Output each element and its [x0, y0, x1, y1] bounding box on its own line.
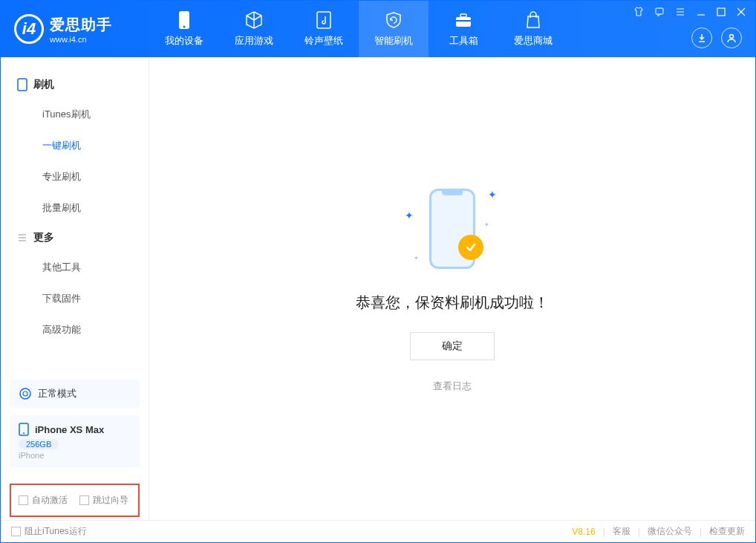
nav-label: 工具箱 — [449, 34, 478, 48]
svg-rect-7 — [717, 8, 725, 16]
sidebar-item-pro-flash[interactable]: 专业刷机 — [1, 161, 149, 192]
logo-area: i4 爱思助手 www.i4.cn — [1, 14, 149, 44]
footer-bar: 阻止iTunes运行 V8.16 | 客服 | 微信公众号 | 检查更新 — [1, 520, 755, 542]
sidebar-item-one-click-flash[interactable]: 一键刷机 — [1, 130, 149, 161]
nav-label: 应用游戏 — [235, 34, 273, 48]
success-illustration: ✦ ✦ ✦ ✦ — [400, 184, 504, 273]
refresh-shield-icon — [384, 10, 403, 30]
sidebar-item-batch-flash[interactable]: 批量刷机 — [1, 192, 149, 224]
app-subtitle: www.i4.cn — [50, 35, 112, 44]
block-itunes-checkbox[interactable]: 阻止iTunes运行 — [11, 525, 87, 538]
version-label: V8.16 — [572, 527, 595, 537]
checkbox-label: 阻止iTunes运行 — [25, 525, 87, 538]
nav-shop[interactable]: 爱思商城 — [498, 1, 568, 57]
nav-label: 铃声壁纸 — [304, 34, 343, 48]
sidebar-item-download-firmware[interactable]: 下载固件 — [1, 283, 149, 314]
bag-icon — [524, 10, 543, 30]
music-note-icon — [314, 10, 333, 30]
sparkle-icon: ✦ — [414, 255, 419, 261]
nav-toolbox[interactable]: 工具箱 — [428, 1, 498, 57]
section-title: 刷机 — [33, 78, 54, 91]
footer-link-wechat[interactable]: 微信公众号 — [648, 525, 692, 538]
svg-rect-3 — [456, 17, 471, 27]
close-icon[interactable] — [736, 7, 746, 17]
titlebar-controls — [633, 7, 746, 17]
svg-point-8 — [730, 35, 734, 39]
ok-button[interactable]: 确定 — [410, 332, 495, 360]
maximize-icon[interactable] — [717, 7, 726, 16]
auto-activate-checkbox[interactable]: 自动激活 — [19, 494, 68, 507]
success-message: 恭喜您，保资料刷机成功啦！ — [356, 293, 549, 313]
svg-point-10 — [20, 388, 30, 399]
sidebar-item-advanced[interactable]: 高级功能 — [1, 314, 149, 345]
sidebar: 刷机 iTunes刷机 一键刷机 专业刷机 批量刷机 更多 其他工具 下载固件 … — [1, 57, 149, 520]
sidebar-section-more: 更多 — [1, 224, 149, 252]
header-bar: i4 爱思助手 www.i4.cn 我的设备 应用游戏 铃声壁纸 智能刷机 工具… — [1, 1, 755, 57]
minimize-icon[interactable] — [696, 7, 706, 17]
separator: | — [638, 527, 640, 537]
mode-card[interactable]: 正常模式 — [10, 380, 140, 408]
tshirt-icon[interactable] — [633, 7, 644, 17]
footer-link-support[interactable]: 客服 — [613, 525, 630, 538]
sparkle-icon: ✦ — [405, 209, 414, 221]
checkbox-icon — [79, 495, 89, 505]
check-badge-icon — [458, 235, 483, 260]
toolbox-icon — [454, 10, 473, 30]
logo-icon: i4 — [14, 14, 44, 44]
user-button[interactable] — [721, 27, 742, 48]
svg-rect-4 — [460, 14, 466, 17]
sidebar-item-other-tools[interactable]: 其他工具 — [1, 252, 149, 283]
footer-link-update[interactable]: 检查更新 — [709, 525, 745, 538]
nav-apps-games[interactable]: 应用游戏 — [219, 1, 289, 57]
device-name: iPhone XS Max — [35, 424, 104, 435]
separator: | — [700, 527, 702, 537]
nav-my-device[interactable]: 我的设备 — [149, 1, 219, 57]
svg-point-12 — [23, 432, 25, 434]
device-icon — [19, 423, 29, 436]
nav-ringtone-wallpaper[interactable]: 铃声壁纸 — [289, 1, 359, 57]
sparkle-icon: ✦ — [488, 189, 497, 201]
svg-rect-9 — [18, 79, 27, 91]
view-log-link[interactable]: 查看日志 — [433, 380, 472, 393]
app-title: 爱思助手 — [50, 15, 112, 35]
checkbox-icon — [19, 495, 28, 505]
phone-icon — [175, 10, 194, 30]
section-title: 更多 — [33, 231, 54, 244]
header-circle-buttons — [691, 27, 742, 48]
sidebar-item-itunes-flash[interactable]: iTunes刷机 — [1, 99, 149, 130]
svg-point-1 — [183, 26, 186, 28]
phone-outline-icon — [17, 78, 27, 91]
checkbox-icon — [11, 527, 21, 536]
device-type: iPhone — [19, 451, 131, 460]
checkbox-label: 自动激活 — [32, 494, 68, 507]
nav-label: 我的设备 — [165, 34, 203, 48]
options-highlight-box: 自动激活 跳过向导 — [10, 484, 140, 517]
nav-label: 爱思商城 — [514, 34, 553, 48]
checkbox-label: 跳过向导 — [93, 494, 128, 507]
skip-guide-checkbox[interactable]: 跳过向导 — [79, 494, 128, 507]
download-button[interactable] — [691, 27, 712, 48]
separator: | — [603, 527, 605, 537]
menu-icon[interactable] — [675, 7, 685, 17]
sparkle-icon: ✦ — [484, 221, 489, 228]
cube-icon — [244, 10, 264, 30]
main-content: ✦ ✦ ✦ ✦ 恭喜您，保资料刷机成功啦！ 确定 查看日志 — [149, 57, 755, 520]
svg-rect-6 — [656, 8, 663, 14]
svg-rect-5 — [456, 20, 471, 22]
feedback-icon[interactable] — [654, 7, 665, 17]
top-nav: 我的设备 应用游戏 铃声壁纸 智能刷机 工具箱 爱思商城 — [149, 1, 568, 57]
svg-rect-2 — [317, 12, 330, 28]
device-storage: 256GB — [19, 439, 59, 449]
nav-label: 智能刷机 — [374, 34, 413, 48]
list-icon — [17, 233, 27, 243]
mode-label: 正常模式 — [38, 387, 76, 400]
device-card[interactable]: iPhone XS Max 256GB iPhone — [10, 415, 140, 467]
nav-smart-flash[interactable]: 智能刷机 — [359, 1, 428, 57]
sidebar-section-flash: 刷机 — [1, 71, 149, 99]
refresh-icon — [19, 387, 32, 400]
